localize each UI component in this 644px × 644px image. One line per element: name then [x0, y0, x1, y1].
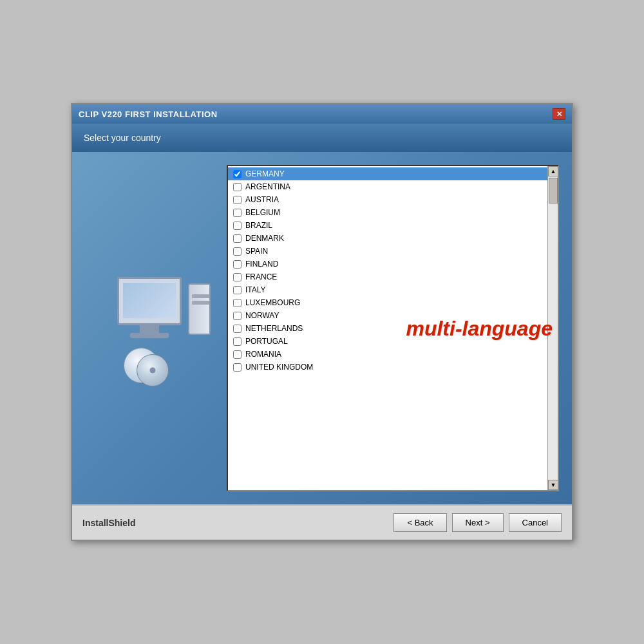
cancel-button[interactable]: Cancel — [509, 513, 562, 532]
list-item[interactable]: BELGIUM — [228, 206, 547, 219]
country-label: ROMANIA — [245, 350, 281, 359]
list-item[interactable]: ROMANIA — [228, 348, 547, 361]
list-item[interactable]: GERMANY — [228, 167, 547, 180]
country-checkbox[interactable] — [233, 209, 242, 217]
back-button[interactable]: < Back — [393, 513, 446, 532]
scroll-thumb[interactable] — [549, 178, 558, 204]
title-bar: CLIP V220 FIRST INSTALLATION ✕ — [72, 104, 572, 124]
country-label: ARGENTINA — [245, 182, 290, 191]
country-list-container: GERMANYARGENTINAAUSTRIABELGIUMBRAZILDENM… — [227, 165, 559, 491]
list-item[interactable]: ARGENTINA — [228, 180, 547, 193]
country-checkbox[interactable] — [233, 286, 242, 294]
country-list: GERMANYARGENTINAAUSTRIABELGIUMBRAZILDENM… — [228, 166, 547, 490]
country-checkbox[interactable] — [233, 234, 242, 243]
footer-buttons: < Back Next > Cancel — [393, 513, 562, 532]
close-button[interactable]: ✕ — [553, 108, 565, 120]
country-checkbox[interactable] — [233, 183, 242, 191]
country-checkbox[interactable] — [233, 363, 242, 372]
country-label: GERMANY — [245, 169, 285, 178]
installshield-logo: InstallShield — [82, 518, 135, 528]
monitor-body — [117, 277, 182, 325]
window-title: CLIP V220 FIRST INSTALLATION — [79, 109, 218, 119]
country-checkbox[interactable] — [233, 260, 242, 269]
list-item[interactable]: BRAZIL — [228, 219, 547, 232]
country-label: DENMARK — [245, 234, 284, 243]
country-label: NETHERLANDS — [245, 324, 303, 333]
country-label: UNITED KINGDOM — [245, 363, 313, 372]
list-item[interactable]: FRANCE — [228, 270, 547, 283]
country-checkbox[interactable] — [233, 170, 242, 178]
scroll-track[interactable] — [548, 176, 558, 480]
list-item[interactable]: LUXEMBOURG — [228, 296, 547, 309]
list-item[interactable]: AUSTRIA — [228, 193, 547, 206]
monitor-screen — [123, 283, 176, 318]
list-item[interactable]: SPAIN — [228, 245, 547, 258]
country-label: NORWAY — [245, 311, 279, 320]
scrollbar[interactable]: ▲ ▼ — [547, 166, 558, 490]
list-item[interactable]: UNITED KINGDOM — [228, 361, 547, 374]
left-panel — [85, 165, 227, 491]
list-item[interactable]: DENMARK — [228, 232, 547, 245]
computer-illustration — [104, 277, 207, 380]
list-item[interactable]: NORWAY — [228, 309, 547, 322]
footer: InstallShield < Back Next > Cancel — [72, 504, 572, 540]
header-label: Select your country — [84, 133, 161, 143]
list-item[interactable]: NETHERLANDS — [228, 322, 547, 335]
country-checkbox[interactable] — [233, 247, 242, 256]
country-checkbox[interactable] — [233, 337, 242, 346]
scroll-down-button[interactable]: ▼ — [548, 480, 558, 490]
country-label: ITALY — [245, 285, 266, 294]
country-checkbox[interactable] — [233, 196, 242, 204]
country-checkbox[interactable] — [233, 273, 242, 281]
list-item[interactable]: FINLAND — [228, 258, 547, 270]
right-panel: GERMANYARGENTINAAUSTRIABELGIUMBRAZILDENM… — [227, 165, 559, 491]
list-item[interactable]: ITALY — [228, 283, 547, 296]
country-checkbox[interactable] — [233, 299, 242, 307]
tower-drive-1 — [192, 294, 209, 298]
list-item[interactable]: PORTUGAL — [228, 335, 547, 348]
brand-install: Install — [82, 518, 108, 528]
country-checkbox[interactable] — [233, 222, 242, 230]
country-checkbox[interactable] — [233, 350, 242, 359]
next-button[interactable]: Next > — [452, 513, 504, 532]
country-label: AUSTRIA — [245, 195, 279, 204]
country-label: BRAZIL — [245, 221, 272, 230]
brand-shield: Shield — [108, 518, 135, 528]
monitor-stand — [140, 325, 159, 333]
tower-drive-2 — [192, 301, 209, 305]
scroll-up-button[interactable]: ▲ — [548, 166, 558, 176]
country-checkbox[interactable] — [233, 312, 242, 320]
content-area: GERMANYARGENTINAAUSTRIABELGIUMBRAZILDENM… — [72, 152, 572, 504]
computer-tower — [188, 283, 211, 335]
main-window: CLIP V220 FIRST INSTALLATION ✕ Select yo… — [71, 103, 573, 541]
country-label: PORTUGAL — [245, 337, 288, 346]
country-label: FINLAND — [245, 260, 278, 269]
country-label: FRANCE — [245, 272, 277, 281]
monitor-base — [130, 333, 169, 338]
header-bar: Select your country — [72, 124, 572, 152]
country-label: LUXEMBOURG — [245, 298, 300, 307]
cd-disc-2 — [137, 354, 169, 386]
country-checkbox[interactable] — [233, 325, 242, 333]
country-label: SPAIN — [245, 247, 268, 256]
country-label: BELGIUM — [245, 208, 280, 217]
